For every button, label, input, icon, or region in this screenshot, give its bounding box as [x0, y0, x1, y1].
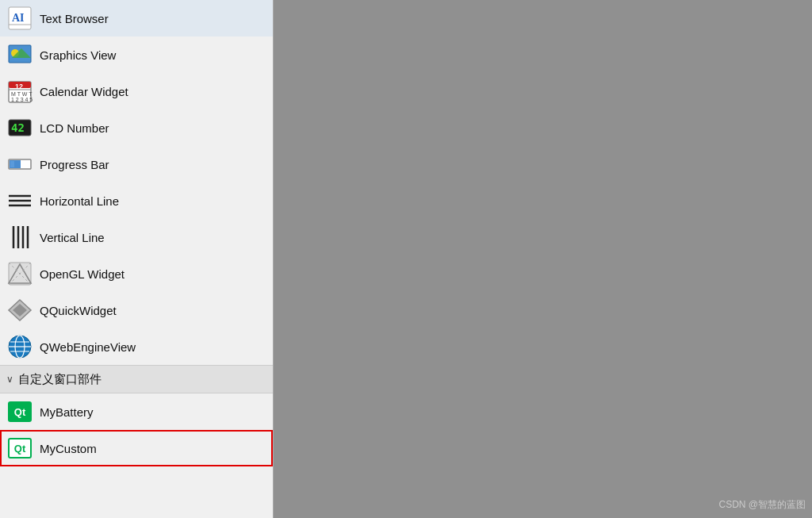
watermark: CSDN @智慧的蓝图: [718, 498, 806, 512]
sidebar-list: AI Text Browser Graphics View: [0, 0, 273, 518]
list-item-qwebengineview-label: QWebEngineView: [40, 340, 136, 354]
list-item-mybattery[interactable]: Qt MyBattery: [0, 393, 273, 430]
list-item-lcd-number-label: LCD Number: [40, 121, 109, 135]
list-item-horizontal-line[interactable]: Horizontal Line: [0, 182, 273, 219]
graphics-view-icon: [6, 41, 33, 68]
list-item-vertical-line-label: Vertical Line: [40, 231, 105, 244]
svg-rect-16: [10, 161, 14, 167]
list-item-lcd-number[interactable]: 42 LCD Number: [0, 109, 273, 146]
list-item-qwebengineview[interactable]: QWebEngineView: [0, 328, 273, 365]
svg-text:AI: AI: [12, 12, 25, 24]
list-item-qquick-widget-label: QQuickWidget: [40, 304, 117, 317]
main-content: CSDN @智慧的蓝图: [274, 0, 812, 518]
list-item-text-browser[interactable]: AI Text Browser: [0, 0, 273, 36]
list-item-vertical-line[interactable]: Vertical Line: [0, 219, 273, 255]
vertical-line-icon: [6, 224, 33, 251]
opengl-widget-icon: [6, 260, 33, 287]
qwebengineview-icon: [6, 333, 33, 360]
lcd-number-icon: 42: [6, 114, 33, 141]
list-item-mycustom-label: MyCustom: [40, 442, 97, 455]
calendar-widget-icon: 12 M T W T F 1 2 3 4 5: [6, 78, 33, 105]
section-header-custom[interactable]: ∨ 自定义窗口部件: [0, 365, 273, 393]
list-item-calendar-widget-label: Calendar Widget: [40, 85, 128, 98]
svg-text:M T W T F: M T W T F: [11, 91, 33, 97]
list-item-text-browser-label: Text Browser: [40, 12, 109, 25]
qquick-widget-icon: [6, 297, 33, 324]
qt-icon-mybattery: Qt: [8, 401, 32, 422]
list-item-graphics-view-label: Graphics View: [40, 48, 116, 62]
text-browser-icon: AI: [6, 5, 33, 32]
horizontal-line-icon: [6, 187, 33, 214]
sidebar: AI Text Browser Graphics View: [0, 0, 274, 518]
svg-text:1 2 3 4 5: 1 2 3 4 5: [11, 97, 33, 102]
qt-icon-mycustom: Qt: [8, 438, 32, 459]
list-item-progress-bar-label: Progress Bar: [40, 158, 109, 171]
section-title: 自定义窗口部件: [18, 372, 102, 387]
mybattery-icon: Qt: [6, 398, 33, 425]
list-item-calendar-widget[interactable]: 12 M T W T F 1 2 3 4 5 Calendar Widget: [0, 73, 273, 109]
list-item-opengl-widget[interactable]: OpenGL Widget: [0, 255, 273, 292]
list-item-qquick-widget[interactable]: QQuickWidget: [0, 292, 273, 328]
progress-bar-icon: [6, 151, 33, 178]
list-item-horizontal-line-label: Horizontal Line: [40, 194, 119, 208]
list-item-mycustom[interactable]: Qt MyCustom: [0, 430, 273, 466]
list-item-progress-bar[interactable]: Progress Bar: [0, 146, 273, 182]
list-item-graphics-view[interactable]: Graphics View: [0, 36, 273, 73]
svg-text:42: 42: [11, 121, 25, 134]
list-item-opengl-widget-label: OpenGL Widget: [40, 267, 124, 281]
list-item-mybattery-label: MyBattery: [40, 405, 94, 419]
mycustom-icon: Qt: [6, 435, 33, 462]
section-chevron: ∨: [6, 374, 13, 385]
